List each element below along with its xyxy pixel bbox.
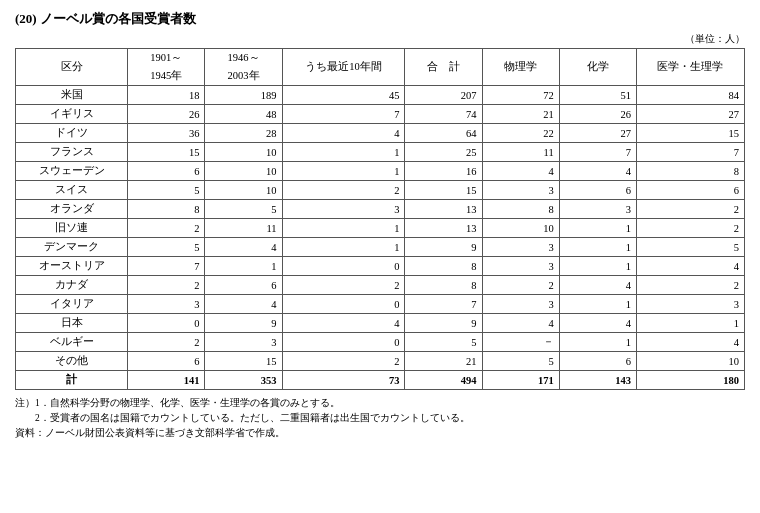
cell-country: イタリア [16,295,128,314]
table-row: オーストリア 7 1 0 8 3 1 4 [16,257,745,276]
cell-country: その他 [16,352,128,371]
cell-chemistry: 51 [559,86,636,105]
cell-v1946: 3 [205,333,282,352]
note-line: 注）1．自然科学分野の物理学、化学、医学・生理学の各賞のみとする。 [15,396,745,411]
total-total: 494 [405,371,482,390]
table-row: 米国 18 189 45 207 72 51 84 [16,86,745,105]
cell-total: 16 [405,162,482,181]
cell-total: 13 [405,200,482,219]
col-header-1901sub: 1945年 [128,67,205,86]
cell-medicine: 2 [636,276,744,295]
cell-total: 207 [405,86,482,105]
cell-chemistry: 27 [559,124,636,143]
table-row: 旧ソ連 2 11 1 13 10 1 2 [16,219,745,238]
cell-recent10: 2 [282,352,405,371]
cell-chemistry: 1 [559,295,636,314]
cell-v1901: 6 [128,162,205,181]
cell-country: 旧ソ連 [16,219,128,238]
cell-v1901: 36 [128,124,205,143]
cell-total: 8 [405,257,482,276]
cell-country: 日本 [16,314,128,333]
table-row: フランス 15 10 1 25 11 7 7 [16,143,745,162]
table-row: イギリス 26 48 7 74 21 26 27 [16,105,745,124]
cell-total: 74 [405,105,482,124]
cell-medicine: 6 [636,181,744,200]
note-line: 資料：ノーベル財団公表資料等に基づき文部科学省で作成。 [15,426,745,441]
cell-v1901: 2 [128,276,205,295]
total-label: 計 [16,371,128,390]
cell-country: ベルギー [16,333,128,352]
cell-physics: 3 [482,295,559,314]
table-row: スウェーデン 6 10 1 16 4 4 8 [16,162,745,181]
col-header-total: 合 計 [405,49,482,86]
table-row: デンマーク 5 4 1 9 3 1 5 [16,238,745,257]
cell-medicine: 3 [636,295,744,314]
cell-v1901: 5 [128,181,205,200]
cell-v1901: 18 [128,86,205,105]
cell-country: デンマーク [16,238,128,257]
table-row: その他 6 15 2 21 5 6 10 [16,352,745,371]
cell-medicine: 2 [636,200,744,219]
total-physics: 171 [482,371,559,390]
cell-medicine: 27 [636,105,744,124]
cell-v1946: 5 [205,200,282,219]
col-header-chemistry: 化学 [559,49,636,86]
cell-v1946: 28 [205,124,282,143]
cell-physics: 21 [482,105,559,124]
cell-physics: 3 [482,257,559,276]
cell-medicine: 7 [636,143,744,162]
table-row: スイス 5 10 2 15 3 6 6 [16,181,745,200]
cell-physics: 10 [482,219,559,238]
col-header-recent10: うち最近10年間 [282,49,405,86]
cell-medicine: 5 [636,238,744,257]
note-line: 2．受賞者の国名は国籍でカウントしている。ただし、二重国籍者は出生国でカウントし… [15,411,745,426]
cell-physics: 5 [482,352,559,371]
cell-total: 15 [405,181,482,200]
cell-v1946: 9 [205,314,282,333]
cell-country: イギリス [16,105,128,124]
cell-recent10: 4 [282,124,405,143]
table-body: 米国 18 189 45 207 72 51 84 イギリス 26 48 7 7… [16,86,745,371]
cell-recent10: 1 [282,238,405,257]
cell-v1946: 1 [205,257,282,276]
cell-medicine: 1 [636,314,744,333]
cell-country: スイス [16,181,128,200]
cell-v1946: 4 [205,295,282,314]
cell-medicine: 8 [636,162,744,181]
unit-label: （単位：人） [15,32,745,46]
cell-physics: 22 [482,124,559,143]
cell-country: フランス [16,143,128,162]
table-row: ドイツ 36 28 4 64 22 27 15 [16,124,745,143]
cell-total: 9 [405,314,482,333]
cell-total: 13 [405,219,482,238]
cell-recent10: 2 [282,276,405,295]
total-v1946: 353 [205,371,282,390]
table-row: 日本 0 9 4 9 4 4 1 [16,314,745,333]
cell-recent10: 1 [282,219,405,238]
cell-chemistry: 26 [559,105,636,124]
cell-recent10: 4 [282,314,405,333]
cell-v1901: 15 [128,143,205,162]
cell-v1901: 8 [128,200,205,219]
table-row: ベルギー 2 3 0 5 － 1 4 [16,333,745,352]
cell-physics: 4 [482,314,559,333]
cell-country: スウェーデン [16,162,128,181]
cell-recent10: 3 [282,200,405,219]
cell-medicine: 10 [636,352,744,371]
cell-v1946: 10 [205,162,282,181]
cell-chemistry: 3 [559,200,636,219]
cell-chemistry: 1 [559,219,636,238]
cell-chemistry: 6 [559,181,636,200]
cell-recent10: 0 [282,333,405,352]
cell-medicine: 4 [636,333,744,352]
cell-physics: 72 [482,86,559,105]
col-header-physics: 物理学 [482,49,559,86]
col-header-medicine: 医学・生理学 [636,49,744,86]
cell-v1946: 11 [205,219,282,238]
cell-recent10: 2 [282,181,405,200]
cell-physics: 8 [482,200,559,219]
cell-v1901: 0 [128,314,205,333]
cell-chemistry: 7 [559,143,636,162]
cell-chemistry: 1 [559,257,636,276]
cell-recent10: 1 [282,143,405,162]
